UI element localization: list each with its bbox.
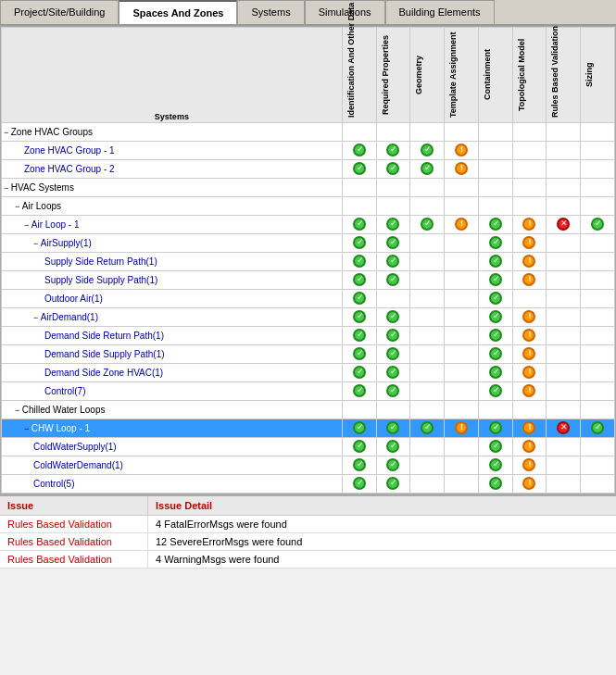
warning-icon [455, 162, 468, 175]
icon-cell [410, 475, 445, 494]
check-icon [386, 421, 399, 434]
table-row[interactable]: − Zone HVAC Groups [2, 123, 615, 142]
row-label: Demand Side Supply Path(1) [2, 345, 343, 364]
col-header-rules: Rules Based Validation [547, 28, 581, 123]
icon-cell-green [376, 382, 410, 401]
icon-cell [445, 123, 479, 142]
table-row[interactable]: Demand Side Supply Path(1) [2, 345, 615, 364]
table-row[interactable]: − CHW Loop - 1 [2, 419, 615, 438]
check-icon [489, 421, 502, 434]
icon-cell-orange [445, 419, 479, 438]
warning-icon [522, 236, 535, 249]
table-row[interactable]: Control(5) [2, 475, 615, 494]
icon-cell [512, 160, 547, 179]
icon-cell-green [342, 308, 376, 327]
systems-table: Systems Identification And Other Data Re… [1, 27, 615, 494]
icon-cell-orange [512, 382, 547, 401]
icon-cell [445, 308, 479, 327]
icon-cell [410, 382, 445, 401]
table-row[interactable]: Outdoor Air(1) [2, 290, 615, 308]
icon-cell-orange [512, 438, 547, 456]
icon-cell [410, 456, 445, 475]
icon-cell [410, 271, 445, 290]
col-header-cont: Containment [478, 28, 512, 123]
check-icon [421, 218, 434, 231]
tab-simulations[interactable]: Simulations [305, 0, 385, 24]
table-row[interactable]: − AirDemand(1) [2, 308, 615, 327]
table-row[interactable]: Demand Side Zone HVAC(1) [2, 364, 615, 382]
icon-cell [547, 401, 581, 419]
icon-cell [410, 197, 445, 216]
icon-cell [410, 308, 445, 327]
check-icon [353, 255, 366, 268]
icon-cell-green [376, 475, 410, 494]
tab-spaces[interactable]: Spaces And Zones [119, 0, 237, 24]
expand-icon[interactable]: − [24, 220, 31, 230]
row-label: − HVAC Systems [2, 179, 343, 197]
issue-type: Rules Based Validation [0, 516, 148, 532]
table-row[interactable]: ColdWaterSupply(1) [2, 438, 615, 456]
table-row[interactable]: − Air Loop - 1 [2, 216, 615, 234]
icon-cell [581, 401, 615, 419]
icon-cell-green [376, 345, 410, 364]
table-row[interactable]: Control(7) [2, 382, 615, 401]
check-icon [353, 310, 366, 323]
table-row[interactable]: − AirSupply(1) [2, 234, 615, 253]
check-icon [353, 292, 366, 305]
table-row[interactable]: ColdWaterDemand(1) [2, 456, 615, 475]
warning-icon [522, 347, 535, 360]
icon-cell-green [376, 253, 410, 271]
check-icon [591, 421, 604, 434]
icon-cell [547, 197, 581, 216]
icon-cell [445, 438, 479, 456]
table-row[interactable]: Zone HVAC Group - 1 [2, 142, 615, 160]
tab-systems[interactable]: Systems [237, 0, 304, 24]
icon-cell [445, 234, 479, 253]
icon-cell [376, 290, 410, 308]
table-row[interactable]: − Air Loops [2, 197, 615, 216]
icon-cell [512, 123, 547, 142]
check-icon [353, 273, 366, 286]
warning-icon [522, 310, 535, 323]
check-icon [386, 273, 399, 286]
issue-row: Rules Based Validation4 WarningMsgs were… [0, 551, 616, 569]
icon-cell [445, 345, 479, 364]
check-icon [353, 218, 366, 231]
expand-icon[interactable]: − [15, 406, 22, 415]
table-row[interactable]: − Chilled Water Loops [2, 401, 615, 419]
table-row[interactable]: Demand Side Return Path(1) [2, 327, 615, 345]
icon-cell [410, 179, 445, 197]
check-icon [591, 218, 604, 231]
check-icon [353, 162, 366, 175]
icon-cell-green [478, 456, 512, 475]
icon-cell [581, 123, 615, 142]
icon-cell [445, 179, 479, 197]
tab-project[interactable]: Project/Site/Building [0, 0, 119, 24]
icon-cell-orange [512, 216, 547, 234]
icon-cell-orange [445, 216, 479, 234]
check-icon [353, 329, 366, 342]
icon-cell [581, 179, 615, 197]
tab-building[interactable]: Building Elements [385, 0, 495, 24]
icon-cell [410, 253, 445, 271]
expand-icon[interactable]: − [15, 202, 22, 211]
check-icon [386, 347, 399, 360]
warning-icon [522, 255, 535, 268]
table-row[interactable]: − HVAC Systems [2, 179, 615, 197]
expand-icon[interactable]: − [24, 424, 31, 433]
check-icon [386, 458, 399, 471]
icon-cell-green [342, 345, 376, 364]
expand-icon[interactable]: − [4, 183, 11, 193]
expand-icon[interactable]: − [4, 128, 11, 137]
icon-cell-green [342, 142, 376, 160]
table-row[interactable]: Supply Side Return Path(1) [2, 253, 615, 271]
table-row[interactable]: Zone HVAC Group - 2 [2, 160, 615, 179]
tab-bar: Project/Site/BuildingSpaces And ZonesSys… [0, 0, 616, 26]
table-row[interactable]: Supply Side Supply Path(1) [2, 271, 615, 290]
row-label: Demand Side Return Path(1) [2, 327, 343, 345]
icon-cell-green [342, 327, 376, 345]
icon-cell-green [478, 216, 512, 234]
expand-icon[interactable]: − [33, 313, 41, 322]
row-label: − AirDemand(1) [2, 308, 343, 327]
expand-icon[interactable]: − [33, 239, 41, 248]
